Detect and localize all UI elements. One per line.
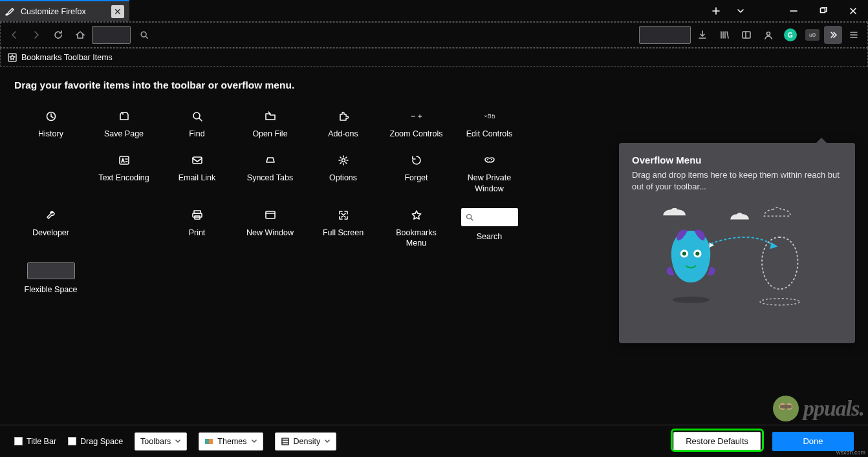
svg-rect-8: [492, 115, 495, 118]
new-tab-button[interactable]: [704, 0, 728, 21]
ublock-extension-button[interactable]: u0: [802, 25, 823, 45]
footer-toolbar: Title Bar Drag Space Toolbars Themes Den…: [0, 425, 868, 457]
fullscreen-icon: [338, 208, 349, 222]
edit-controls-icon: [484, 109, 495, 123]
svg-rect-29: [282, 438, 288, 445]
svg-point-20: [760, 299, 799, 305]
urlbar[interactable]: [135, 25, 635, 45]
palette-item-print[interactable]: Print: [160, 203, 233, 258]
svg-rect-33: [780, 405, 792, 409]
downloads-button[interactable]: [692, 25, 713, 45]
watermark: ppuals.: [771, 394, 864, 423]
print-icon: [191, 208, 203, 222]
palette-item-search[interactable]: Search: [453, 203, 526, 258]
svg-rect-27: [205, 439, 209, 444]
search-icon: [140, 30, 149, 39]
density-dropdown[interactable]: Density: [275, 432, 337, 451]
density-icon: [281, 437, 290, 446]
palette-item-fullscreen[interactable]: Full Screen: [307, 203, 380, 258]
svg-point-1: [141, 32, 146, 37]
chevron-down-icon: [175, 438, 181, 445]
bookmarks-toolbar[interactable]: Bookmarks Toolbar Items: [0, 48, 868, 67]
window-maximize-button[interactable]: [808, 0, 838, 21]
mail-icon: [191, 153, 203, 167]
svg-rect-10: [193, 157, 202, 164]
svg-point-24: [695, 251, 699, 255]
toolbar-slot[interactable]: [639, 26, 691, 44]
app-menu-button[interactable]: [843, 25, 864, 45]
restore-defaults-button[interactable]: Restore Defaults: [673, 432, 761, 451]
done-button[interactable]: Done: [772, 432, 854, 451]
palette-item-flexible-space[interactable]: Flexible Space: [14, 257, 87, 304]
chevron-down-icon: [324, 438, 331, 445]
palette-item-bookmarks-menu[interactable]: Bookmarks Menu: [380, 203, 453, 258]
window-close-button[interactable]: [838, 0, 868, 21]
account-button[interactable]: [758, 25, 779, 45]
sidebar-button[interactable]: [736, 25, 757, 45]
palette-item-synced-tabs[interactable]: Synced Tabs: [233, 148, 307, 203]
puzzle-icon: [338, 109, 349, 123]
svg-marker-26: [770, 242, 777, 249]
window-minimize-button[interactable]: [779, 0, 808, 21]
palette-grid: History Save Page Find Open File Add-ons…: [14, 104, 583, 304]
bookmarks-icon: [7, 52, 17, 63]
palette-item-addons[interactable]: Add-ons: [307, 104, 380, 148]
palette-item-open-file[interactable]: Open File: [233, 104, 307, 148]
titlebar: Customize Firefox ✕: [0, 0, 868, 21]
instruction-text: Drag your favorite items into the toolba…: [14, 80, 854, 91]
save-icon: [118, 109, 130, 123]
svg-point-22: [682, 251, 686, 255]
palette-item-zoom[interactable]: Zoom Controls: [380, 104, 453, 148]
palette-item-new-window[interactable]: New Window: [233, 203, 307, 258]
svg-rect-9: [120, 156, 129, 164]
forward-button[interactable]: [26, 25, 47, 45]
palette-item-history[interactable]: History: [14, 104, 87, 148]
tab-title: Customize Firefox: [21, 7, 106, 16]
palette-item-developer[interactable]: Developer: [14, 203, 87, 258]
palette-item-options[interactable]: Options: [307, 148, 380, 203]
svg-point-19: [673, 297, 710, 303]
mask-icon: [484, 153, 495, 167]
browser-tab[interactable]: Customize Firefox ✕: [0, 0, 129, 21]
chevron-down-icon: [251, 438, 257, 445]
palette-item-find[interactable]: Find: [160, 104, 233, 148]
palette-item-save-page[interactable]: Save Page: [87, 104, 160, 148]
window-icon: [265, 208, 276, 222]
themes-dropdown[interactable]: Themes: [199, 432, 263, 451]
reload-button[interactable]: [48, 25, 69, 45]
overflow-illustration: [651, 204, 823, 310]
title-bar-checkbox[interactable]: Title Bar: [14, 437, 56, 446]
overflow-button[interactable]: [824, 26, 842, 44]
palette-item-forget[interactable]: Forget: [380, 148, 453, 203]
encoding-icon: [118, 153, 130, 167]
grammarly-extension-button[interactable]: G: [780, 25, 801, 45]
palette-item-private-window[interactable]: New Private Window: [453, 148, 526, 203]
back-button[interactable]: [4, 25, 25, 45]
toolbars-dropdown[interactable]: Toolbars: [135, 432, 187, 451]
search-icon: [465, 213, 474, 222]
tabs-dropdown-button[interactable]: [728, 0, 753, 21]
search-widget: [461, 208, 518, 226]
palette-item-email-link[interactable]: Email Link: [160, 148, 233, 203]
bookmarks-toolbar-label: Bookmarks Toolbar Items: [21, 53, 113, 62]
svg-rect-17: [266, 211, 275, 218]
flexible-space-widget: [27, 262, 75, 279]
palette-item-edit[interactable]: Edit Controls: [453, 104, 526, 148]
palette-item-text-encoding[interactable]: Text Encoding: [87, 148, 160, 203]
svg-point-11: [342, 159, 345, 162]
svg-point-12: [487, 159, 488, 160]
svg-point-13: [491, 159, 492, 160]
home-button[interactable]: [70, 25, 91, 45]
svg-point-18: [466, 214, 471, 218]
toolbar-slot[interactable]: [92, 26, 131, 44]
zoom-icon: [411, 109, 422, 123]
svg-rect-2: [743, 32, 750, 38]
overflow-title: Overflow Menu: [632, 154, 842, 165]
drag-space-checkbox[interactable]: Drag Space: [68, 437, 123, 446]
watermark-logo-icon: [771, 394, 801, 423]
library-button[interactable]: [714, 25, 735, 45]
synced-tabs-icon: [265, 153, 276, 167]
tab-close-button[interactable]: ✕: [111, 5, 124, 18]
svg-rect-28: [209, 439, 213, 444]
overflow-panel[interactable]: Overflow Menu Drag and drop items here t…: [619, 143, 855, 343]
